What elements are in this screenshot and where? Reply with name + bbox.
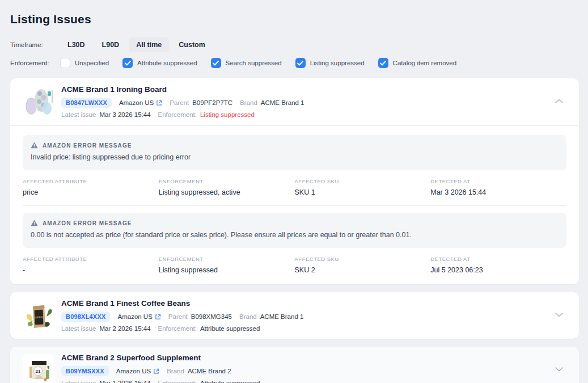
error-message: Invalid price: listing suppressed due to… bbox=[31, 152, 559, 162]
marketplace-link[interactable]: Amazon US bbox=[119, 99, 162, 106]
product-meta-row: B098XL4XXX Amazon US Parent B098XMG345 B… bbox=[61, 312, 566, 322]
enforcement-value: Attribute suppressed bbox=[200, 325, 260, 332]
product-image: 21 bbox=[23, 354, 54, 383]
latest-issue-key: Latest issue bbox=[61, 111, 96, 118]
error-box-header: AMAZON ERROR MESSAGE bbox=[31, 220, 559, 226]
detected-at-cell: DETECTED AT Mar 3 2026 15:44 bbox=[430, 178, 566, 196]
marketplace-label: Amazon US bbox=[119, 99, 154, 106]
amazon-error-box: AMAZON ERROR MESSAGE Invalid price: list… bbox=[23, 135, 566, 170]
tab-all-time[interactable]: All time bbox=[129, 37, 169, 52]
latest-issue-value: Mar 1 2026 15:44 bbox=[99, 380, 150, 383]
enforcement-key: Enforcement: bbox=[158, 380, 197, 383]
latest-issue-pair: Latest issue Mar 1 2026 15:44 bbox=[61, 380, 151, 383]
error-message: 0.00 is not accepted as price (for stand… bbox=[31, 230, 559, 240]
amazon-error-box: AMAZON ERROR MESSAGE 0.00 is not accepte… bbox=[23, 213, 566, 248]
marketplace-link[interactable]: Amazon US bbox=[116, 368, 159, 374]
affected-sku-label: AFFECTED SKU bbox=[295, 178, 431, 184]
checkbox-unchecked-icon[interactable] bbox=[60, 58, 70, 68]
checkbox-option-catalog-item-removed[interactable]: Catalog item removed bbox=[378, 58, 457, 68]
product-title: ACME Brand 2 Superfood Supplement bbox=[61, 353, 566, 362]
enforcement-checkbox-group: Unspecified Attribute suppressed Search … bbox=[60, 58, 456, 68]
checkbox-option-attribute-suppressed[interactable]: Attribute suppressed bbox=[122, 58, 197, 68]
expand-chevron-down-icon[interactable] bbox=[555, 309, 566, 321]
listing-card-coffee-beans: COFFEE ACME Brand 1 Finest Coffee Beans … bbox=[10, 292, 579, 339]
affected-sku-label: AFFECTED SKU bbox=[295, 256, 431, 262]
expand-chevron-down-icon[interactable] bbox=[555, 364, 566, 375]
enforcement-value: Listing suppressed bbox=[200, 111, 255, 118]
product-sub-row: Latest issue Mar 3 2026 15:44 Enforcemen… bbox=[61, 111, 566, 118]
enforcement-cell: ENFORCEMENT Listing suppressed bbox=[159, 256, 295, 274]
issue-item: AMAZON ERROR MESSAGE Invalid price: list… bbox=[23, 128, 566, 205]
tab-custom[interactable]: Custom bbox=[171, 37, 213, 52]
detected-at-cell: DETECTED AT Jul 5 2023 06:23 bbox=[430, 256, 566, 274]
brand-key: Brand bbox=[239, 313, 257, 320]
latest-issue-pair: Latest issue Mar 3 2026 15:44 bbox=[61, 111, 151, 118]
affected-sku-cell: AFFECTED SKU SKU 1 bbox=[295, 178, 431, 196]
latest-issue-key: Latest issue bbox=[61, 380, 96, 383]
timeframe-label: Timeframe: bbox=[10, 41, 60, 48]
parent-value: B098XMG345 bbox=[191, 313, 232, 320]
detected-at-label: DETECTED AT bbox=[430, 256, 566, 262]
brand-key: Brand bbox=[167, 368, 184, 374]
issue-item: AMAZON ERROR MESSAGE 0.00 is not accepte… bbox=[23, 205, 566, 283]
product-title: ACME Brand 1 Ironing Board bbox=[61, 85, 566, 94]
parent-pair: Parent B09PF2P7TC bbox=[170, 99, 232, 106]
brand-pair: Brand ACME Brand 1 bbox=[240, 99, 304, 106]
issues-list: AMAZON ERROR MESSAGE Invalid price: list… bbox=[10, 126, 579, 284]
listing-card-ironing-board: ACME Brand 1 Ironing Board B0847LWXXX Am… bbox=[10, 78, 579, 284]
latest-issue-key: Latest issue bbox=[61, 325, 96, 332]
checkbox-option-unspecified[interactable]: Unspecified bbox=[60, 58, 109, 68]
filters-section: Timeframe: L30D L90D All time Custom Enf… bbox=[10, 37, 579, 70]
brand-key: Brand bbox=[240, 99, 257, 106]
warning-icon bbox=[31, 220, 38, 226]
asin-badge: B098XL4XXX bbox=[61, 312, 110, 322]
timeframe-filter-row: Timeframe: L30D L90D All time Custom bbox=[10, 37, 579, 52]
checkbox-label: Attribute suppressed bbox=[137, 60, 197, 66]
asin-badge: B09YMSXXX bbox=[61, 366, 109, 376]
external-link-icon bbox=[153, 368, 159, 374]
external-link-icon bbox=[155, 314, 161, 320]
enforcement-key: Enforcement: bbox=[158, 325, 197, 332]
product-image: COFFEE bbox=[23, 300, 54, 331]
checkbox-checked-icon[interactable] bbox=[295, 58, 306, 68]
product-sub-row: Latest issue Mar 1 2026 15:44 Enforcemen… bbox=[61, 380, 566, 383]
enforcement-value: Attribute suppressed bbox=[200, 380, 260, 383]
tab-l30d[interactable]: L30D bbox=[60, 37, 92, 52]
affected-attribute-label: AFFECTED ATTRIBUTE bbox=[23, 178, 159, 184]
listing-card-header[interactable]: ACME Brand 1 Ironing Board B0847LWXXX Am… bbox=[10, 78, 579, 125]
affected-attribute-cell: AFFECTED ATTRIBUTE - bbox=[23, 256, 159, 274]
detected-at-value: Mar 3 2026 15:44 bbox=[430, 188, 566, 196]
listing-card-superfood-supplement: 21 ACME Brand 2 Superfood Supplement B09… bbox=[10, 347, 579, 383]
error-box-title: AMAZON ERROR MESSAGE bbox=[43, 142, 132, 149]
enforcement-filter-row: Enforcement: Unspecified Attribute suppr… bbox=[10, 56, 579, 70]
detected-at-label: DETECTED AT bbox=[430, 178, 566, 184]
checkbox-option-search-suppressed[interactable]: Search suppressed bbox=[211, 58, 282, 68]
checkbox-checked-icon[interactable] bbox=[211, 58, 221, 68]
checkbox-option-listing-suppressed[interactable]: Listing suppressed bbox=[295, 58, 365, 68]
collapse-chevron-up-icon[interactable] bbox=[555, 95, 566, 107]
enforcement-col-label: ENFORCEMENT bbox=[159, 256, 295, 262]
affected-sku-value: SKU 2 bbox=[295, 266, 431, 274]
affected-sku-cell: AFFECTED SKU SKU 2 bbox=[295, 256, 431, 274]
marketplace-link[interactable]: Amazon US bbox=[117, 313, 160, 320]
error-box-title: AMAZON ERROR MESSAGE bbox=[43, 220, 132, 226]
listing-card-header[interactable]: 21 ACME Brand 2 Superfood Supplement B09… bbox=[10, 347, 579, 383]
listing-issues-page: Listing Issues Timeframe: L30D L90D All … bbox=[0, 0, 588, 383]
issue-detail-grid: AFFECTED ATTRIBUTE - ENFORCEMENT Listing… bbox=[23, 256, 566, 274]
marketplace-label: Amazon US bbox=[116, 368, 151, 374]
enforcement-cell: ENFORCEMENT Listing suppressed, active bbox=[159, 178, 295, 196]
affected-sku-value: SKU 1 bbox=[295, 188, 431, 196]
asin-badge: B0847LWXXX bbox=[61, 98, 112, 108]
listing-card-header[interactable]: COFFEE ACME Brand 1 Finest Coffee Beans … bbox=[10, 292, 579, 339]
checkbox-checked-icon[interactable] bbox=[378, 58, 388, 68]
enforcement-col-label: ENFORCEMENT bbox=[159, 178, 295, 184]
enforcement-pair: Enforcement: Attribute suppressed bbox=[158, 325, 260, 332]
brand-value: ACME Brand 1 bbox=[261, 99, 304, 106]
svg-text:21: 21 bbox=[36, 369, 41, 374]
checkbox-checked-icon[interactable] bbox=[122, 58, 133, 68]
parent-value: B09PF2P7TC bbox=[192, 99, 232, 106]
checkbox-label: Catalog item removed bbox=[393, 60, 457, 66]
brand-value: ACME Brand 2 bbox=[188, 368, 231, 374]
svg-text:COFFEE: COFFEE bbox=[33, 315, 45, 319]
tab-l90d[interactable]: L90D bbox=[95, 37, 127, 52]
